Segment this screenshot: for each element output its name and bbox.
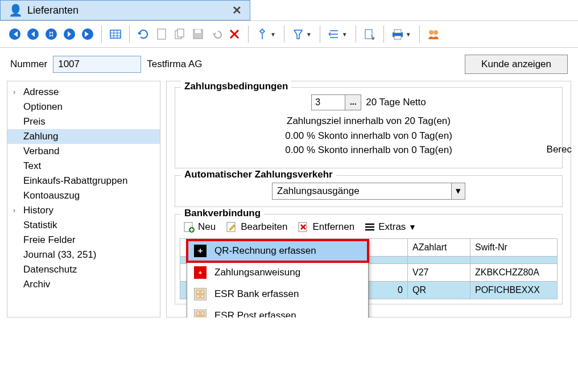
sidebar-item-einkaufs-rabattgruppen[interactable]: Einkaufs-Rabattgruppen (7, 174, 160, 188)
body: ›AdresseOptionenPreisZahlungVerbandTextE… (0, 81, 578, 317)
svg-rect-26 (201, 312, 204, 315)
separator (284, 26, 284, 43)
col-azahlart[interactable]: AZahlart (408, 238, 470, 256)
partial-text: Berec (547, 144, 572, 155)
payment-term-name: 20 Tage Netto (366, 97, 426, 108)
col-swift[interactable]: Swift-Nr (470, 238, 558, 256)
payment-direction-select[interactable]: Zahlungsausgänge ▾ (272, 183, 465, 200)
sidebar-item-label: History (23, 205, 53, 216)
sidebar-item-label: Adresse (23, 86, 59, 98)
bank-new-label: Neu (198, 221, 216, 233)
chevron-right-icon: › (13, 207, 15, 214)
payment-terms-title: Zahlungsbedingungen (181, 81, 291, 92)
sidebar-item-label: Zahlung (23, 131, 58, 142)
window-tab: 👤 Lieferanten ✕ (0, 0, 250, 20)
svg-point-15 (429, 30, 434, 35)
menu-item-label: QR-Rechnung erfassen (214, 245, 316, 257)
undo-icon[interactable] (208, 26, 224, 42)
svg-rect-21 (196, 290, 200, 294)
print-icon[interactable] (390, 26, 406, 42)
payment-code-input[interactable] (311, 94, 345, 110)
menu-item-esr-bank-erfassen[interactable]: ESR Bank erfassen (187, 283, 368, 305)
svg-rect-25 (196, 312, 200, 315)
bank-extras-button[interactable]: Extras ▼ (365, 221, 416, 233)
svg-rect-13 (394, 30, 401, 33)
dropdown-icon[interactable]: ▼ (342, 31, 348, 38)
svg-rect-27 (196, 316, 200, 317)
nav-next-icon[interactable] (61, 26, 77, 42)
people-icon[interactable] (426, 26, 441, 42)
bank-edit-button[interactable]: Bearbeiten (226, 221, 287, 233)
svg-rect-8 (177, 29, 184, 37)
new-dropdown-menu: ＋QR-Rechnung erfassen+ZahlungsanweisungE… (187, 240, 369, 317)
sidebar-item-label: Journal (33, 251) (23, 249, 97, 261)
cursor-doc-icon[interactable] (362, 26, 378, 42)
filter-icon[interactable] (290, 26, 306, 42)
sidebar-item-freie-felder[interactable]: Freie Felder (7, 233, 160, 247)
show-customer-button[interactable]: Kunde anzeigen (465, 55, 568, 74)
dropdown-icon[interactable]: ▼ (270, 31, 276, 38)
sidebar-item-statistik[interactable]: Statistik (7, 218, 160, 233)
svg-point-2 (46, 28, 57, 40)
indent-icon[interactable] (326, 26, 342, 42)
sidebar-item-text[interactable]: Text (7, 159, 160, 174)
nav-updown-icon[interactable] (43, 26, 59, 42)
separator (129, 26, 130, 43)
menu-item-zahlungsanweisung[interactable]: +Zahlungsanweisung (187, 262, 368, 283)
bank-remove-button[interactable]: Entfernen (298, 221, 354, 233)
copy-icon[interactable] (172, 26, 188, 42)
bank-group: Bankverbindung Neu Bearbeiten Entfernen … (175, 214, 563, 304)
svg-rect-14 (394, 36, 401, 39)
table-cell: POFICHBEXXX (470, 281, 558, 299)
sidebar-item-kontoauszug[interactable]: Kontoauszug (7, 188, 160, 203)
nav-first-icon[interactable] (7, 26, 23, 42)
sidebar-item-journal-[interactable]: Journal (33, 251) (7, 247, 160, 262)
sidebar-item-optionen[interactable]: Optionen (7, 100, 160, 114)
svg-point-16 (434, 30, 438, 35)
auto-payment-group: Automatischer Zahlungsverkehr Zahlungsau… (175, 175, 563, 207)
person-icon: 👤 (9, 3, 23, 17)
number-input[interactable] (53, 56, 141, 73)
pin-icon[interactable] (254, 26, 270, 42)
menu-item-esr-post-erfassen[interactable]: ESR Post erfassen (187, 305, 368, 317)
new-doc-icon[interactable] (154, 26, 170, 42)
svg-rect-24 (201, 295, 204, 298)
sidebar-item-adresse[interactable]: ›Adresse (7, 85, 160, 100)
dropdown-icon[interactable]: ▼ (406, 31, 411, 38)
sidebar-item-zahlung[interactable]: Zahlung (7, 129, 160, 144)
bank-edit-label: Bearbeiten (241, 221, 287, 233)
separator (248, 26, 249, 43)
plus-icon: ＋ (194, 245, 207, 257)
sidebar-item-label: Einkaufs-Rabattgruppen (23, 175, 127, 187)
sidebar-item-datenschutz[interactable]: Datenschutz (7, 262, 160, 277)
sidebar-item-archiv[interactable]: Archiv (7, 277, 160, 292)
payment-terms-group: Zahlungsbedingungen ... 20 Tage Netto Za… (175, 87, 563, 168)
payment-code-field: ... (311, 94, 361, 110)
sidebar-item-history[interactable]: ›History (7, 203, 160, 218)
sidebar-item-preis[interactable]: Preis (7, 114, 160, 129)
svg-rect-23 (196, 295, 200, 298)
payment-direction-value: Zahlungsausgänge (277, 185, 360, 197)
table-cell (470, 256, 558, 263)
lookup-button[interactable]: ... (345, 94, 361, 110)
sidebar-item-label: Statistik (23, 220, 57, 231)
nav-prev-icon[interactable] (25, 26, 41, 42)
refresh-icon[interactable] (135, 26, 151, 42)
close-icon[interactable]: ✕ (232, 3, 242, 17)
sidebar-item-label: Freie Felder (23, 234, 76, 246)
menu-item-label: Zahlungsanweisung (214, 267, 300, 278)
sidebar-item-verband[interactable]: Verband (7, 144, 160, 159)
grid-icon (194, 288, 207, 300)
bank-new-button[interactable]: Neu (183, 221, 216, 233)
dropdown-icon[interactable]: ▼ (306, 31, 312, 38)
menu-item-label: ESR Post erfassen (214, 310, 296, 317)
payment-line1: Zahlungsziel innerhalb von 20 Tag(en) (182, 114, 555, 129)
grid-icon[interactable] (108, 26, 123, 42)
nav-last-icon[interactable] (80, 26, 96, 42)
menu-item-qr-rechnung-erfassen[interactable]: ＋QR-Rechnung erfassen (187, 240, 368, 262)
svg-rect-10 (195, 30, 201, 33)
delete-icon[interactable] (226, 26, 242, 42)
payment-line2: 0.00 % Skonto innerhalb von 0 Tag(en) (182, 129, 555, 143)
save-icon[interactable] (190, 26, 206, 42)
company-name: Testfirma AG (147, 59, 202, 70)
